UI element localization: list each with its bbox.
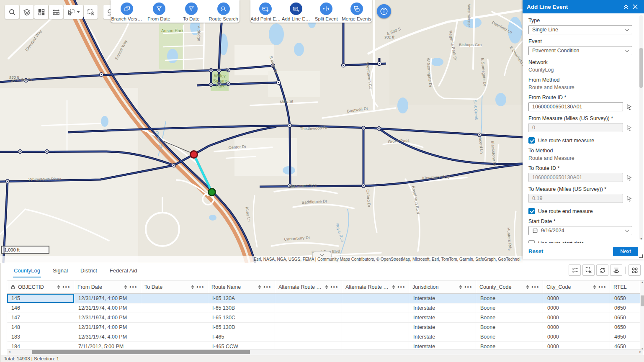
pick-from-measure-on-map-button[interactable] [626, 124, 632, 131]
column-header[interactable]: To Date●●● [141, 280, 208, 293]
select-tool-button[interactable] [64, 5, 83, 19]
column-header[interactable]: From Date●●● [74, 280, 141, 293]
clear-table-selection-button[interactable] [582, 264, 595, 276]
table-cell[interactable] [342, 313, 409, 322]
table-cell[interactable]: Boone [476, 313, 543, 322]
pick-to-route-on-map-button[interactable] [626, 174, 632, 181]
table-cell[interactable]: Interstate [409, 303, 476, 313]
table-cell[interactable]: Interstate [409, 294, 476, 303]
clear-selection-button[interactable] [84, 5, 98, 19]
sort-icon[interactable] [258, 285, 261, 289]
route-search-button[interactable]: Route Search [207, 0, 240, 21]
table-cell[interactable]: 0650 [610, 303, 644, 313]
next-button[interactable]: Next [613, 247, 638, 256]
pick-from-route-on-map-button[interactable] [626, 103, 632, 110]
use-route-end-measure-checkbox[interactable]: Use route end measure [528, 208, 632, 214]
table-cell[interactable]: 145 [7, 294, 74, 303]
tab-countylog[interactable]: CountyLog [13, 264, 41, 277]
table-cell[interactable] [342, 323, 409, 332]
table-cell[interactable] [342, 294, 409, 303]
tab-signal[interactable]: Signal [52, 264, 69, 277]
table-cell[interactable] [342, 332, 409, 341]
table-cell[interactable]: Boone [476, 332, 543, 341]
sort-icon[interactable] [392, 285, 395, 289]
column-menu-icon[interactable]: ●●● [330, 285, 338, 289]
to-measure-input[interactable]: 0.19 [528, 194, 623, 203]
refresh-button[interactable] [596, 264, 608, 276]
table-row[interactable]: 18312/31/1974, 4:00 PMI-465InterstateBoo… [7, 332, 644, 342]
table-cell[interactable] [275, 294, 342, 303]
scroll-up-arrow-icon[interactable]: ▲ [641, 281, 644, 283]
column-header[interactable]: City_Code●●● [543, 280, 610, 293]
sort-icon[interactable] [191, 285, 194, 289]
use-route-start-measure-checkbox[interactable]: Use route start measure [528, 137, 632, 144]
table-cell[interactable]: 146 [7, 303, 74, 313]
table-cell[interactable]: Interstate [409, 323, 476, 332]
table-cell[interactable]: 4650 [610, 332, 644, 341]
table-cell[interactable]: 147 [7, 313, 74, 322]
column-menu-icon[interactable]: ●●● [397, 285, 405, 289]
table-cell[interactable]: 0000 [543, 303, 610, 313]
toggle-columns-button[interactable] [610, 264, 622, 276]
chevron-down-icon[interactable] [77, 11, 80, 13]
column-menu-icon[interactable]: ●●● [464, 285, 472, 289]
basemap-button[interactable] [34, 5, 48, 19]
table-cell[interactable]: I-465 [208, 332, 275, 341]
table-cell[interactable] [141, 323, 208, 332]
table-cell[interactable]: Boone [476, 294, 543, 303]
table-cell[interactable]: I-65 130C [208, 313, 275, 322]
table-cell[interactable] [275, 313, 342, 322]
type-select[interactable]: Single Line [528, 25, 632, 34]
table-cell[interactable]: 12/31/1974, 4:00 PM [74, 303, 141, 313]
scroll-right-arrow-icon[interactable]: ► [639, 350, 642, 353]
table-cell[interactable]: 183 [7, 332, 74, 341]
column-menu-icon[interactable]: ●●● [263, 285, 271, 289]
column-header[interactable]: Alternate Route …●●● [342, 280, 409, 293]
table-cell[interactable] [342, 303, 409, 313]
column-header[interactable]: OBJECTID●●● [7, 280, 74, 293]
column-menu-icon[interactable]: ●●● [129, 285, 137, 289]
scrollbar-thumb[interactable] [639, 48, 643, 88]
sort-icon[interactable] [124, 285, 127, 289]
table-cell[interactable]: 0000 [543, 294, 610, 303]
measure-button[interactable] [49, 5, 63, 19]
scroll-left-arrow-icon[interactable]: ◄ [8, 350, 11, 353]
tab-district[interactable]: District [80, 264, 98, 277]
collapse-panel-button[interactable] [621, 2, 631, 11]
table-cell[interactable] [275, 332, 342, 341]
column-menu-icon[interactable]: ●●● [62, 285, 70, 289]
table-cell[interactable]: 12/31/1974, 4:00 PM [74, 332, 141, 341]
table-cell[interactable]: Boone [476, 303, 543, 313]
scroll-down-arrow-icon[interactable]: ▼ [640, 237, 643, 240]
table-cell[interactable]: 0650 [610, 313, 644, 322]
column-menu-icon[interactable]: ●●● [196, 285, 204, 289]
tab-federal-aid[interactable]: Federal Aid [109, 264, 138, 277]
table-cell[interactable]: I-65 130A [208, 294, 275, 303]
pick-to-measure-on-map-button[interactable] [626, 195, 632, 202]
column-header[interactable]: County_Code●●● [476, 280, 543, 293]
branch-version-button[interactable]: Branch Vers… [111, 0, 143, 21]
show-selected-button[interactable] [569, 264, 581, 276]
table-cell[interactable]: 0650 [610, 323, 644, 332]
table-cell[interactable]: 12/31/1974, 4:00 PM [74, 294, 141, 303]
to-route-id-input[interactable]: 10600000650130A01 [528, 173, 623, 182]
table-cell[interactable] [275, 323, 342, 332]
table-cell[interactable]: Boone [476, 323, 543, 332]
sort-icon[interactable] [459, 285, 462, 289]
table-row[interactable]: 14812/31/1974, 4:00 PMI-65 130DInterstat… [7, 323, 644, 332]
from-measure-input[interactable]: 0 [528, 123, 623, 132]
panel-scrollbar[interactable]: ▼ [639, 15, 643, 240]
attribution-collapse-button[interactable] [312, 251, 332, 257]
map-canvas[interactable]: 930 ft931 ftElevated WaySunset WayAnson … [0, 0, 523, 263]
close-panel-button[interactable] [631, 2, 640, 11]
table-row[interactable]: 14512/31/1974, 4:00 PMI-65 130AInterstat… [7, 294, 644, 303]
table-cell[interactable] [141, 303, 208, 313]
column-menu-icon[interactable]: ●●● [531, 285, 539, 289]
table-cell[interactable]: 0000 [543, 323, 610, 332]
table-cell[interactable] [275, 303, 342, 313]
split-event-button[interactable]: Split Event [311, 0, 342, 21]
column-menu-icon[interactable]: ●●● [598, 285, 606, 289]
table-cell[interactable]: I-65 130D [208, 323, 275, 332]
table-cell[interactable]: Interstate [409, 332, 476, 341]
column-header[interactable]: Jurisdiction●●● [409, 280, 476, 293]
